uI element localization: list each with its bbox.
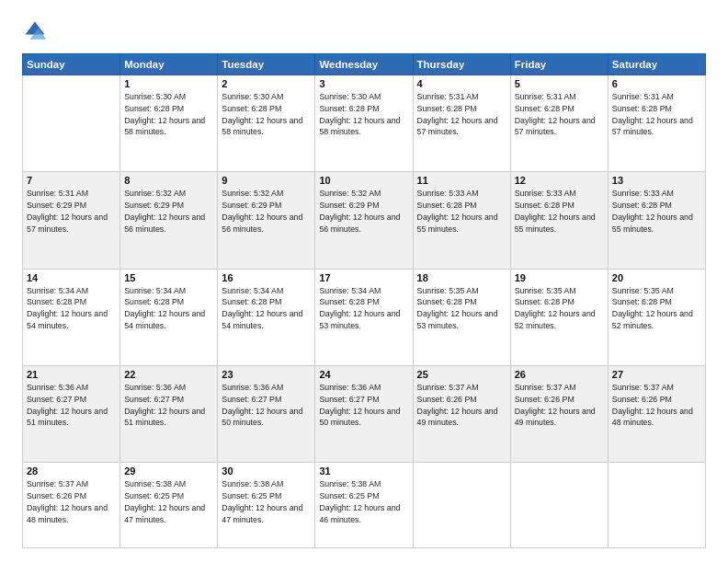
day-info: Sunrise: 5:34 AM Sunset: 6:28 PM Dayligh… xyxy=(27,285,116,332)
day-number: 23 xyxy=(222,369,311,380)
day-number: 14 xyxy=(27,272,116,283)
day-number: 20 xyxy=(612,272,701,283)
day-info: Sunrise: 5:33 AM Sunset: 6:28 PM Dayligh… xyxy=(515,188,604,235)
day-number: 10 xyxy=(319,175,408,186)
calendar-header-row: SundayMondayTuesdayWednesdayThursdayFrid… xyxy=(23,54,706,75)
day-number: 25 xyxy=(417,369,506,380)
day-info: Sunrise: 5:30 AM Sunset: 6:28 PM Dayligh… xyxy=(319,91,408,138)
day-number: 4 xyxy=(417,78,506,89)
logo xyxy=(22,18,51,44)
calendar-cell: 1Sunrise: 5:30 AM Sunset: 6:28 PM Daylig… xyxy=(120,75,218,172)
calendar-cell: 9Sunrise: 5:32 AM Sunset: 6:29 PM Daylig… xyxy=(218,172,315,269)
day-number: 29 xyxy=(124,465,213,477)
calendar-cell: 27Sunrise: 5:37 AM Sunset: 6:26 PM Dayli… xyxy=(608,366,705,463)
calendar-header-monday: Monday xyxy=(120,54,218,75)
day-number: 2 xyxy=(222,78,311,89)
calendar-cell: 6Sunrise: 5:31 AM Sunset: 6:28 PM Daylig… xyxy=(608,75,705,172)
day-number: 26 xyxy=(515,369,604,380)
day-info: Sunrise: 5:35 AM Sunset: 6:28 PM Dayligh… xyxy=(417,285,506,332)
calendar-cell: 28Sunrise: 5:37 AM Sunset: 6:26 PM Dayli… xyxy=(23,463,120,548)
day-number: 24 xyxy=(319,369,408,380)
day-number: 5 xyxy=(515,78,604,89)
day-number: 3 xyxy=(319,78,408,89)
day-number: 12 xyxy=(515,175,604,186)
day-info: Sunrise: 5:37 AM Sunset: 6:26 PM Dayligh… xyxy=(27,478,116,525)
day-number: 18 xyxy=(417,272,506,283)
day-number: 7 xyxy=(27,175,116,186)
page: SundayMondayTuesdayWednesdayThursdayFrid… xyxy=(0,0,728,563)
calendar-cell: 5Sunrise: 5:31 AM Sunset: 6:28 PM Daylig… xyxy=(510,75,608,172)
day-info: Sunrise: 5:36 AM Sunset: 6:27 PM Dayligh… xyxy=(27,382,116,429)
day-info: Sunrise: 5:38 AM Sunset: 6:25 PM Dayligh… xyxy=(222,478,311,525)
calendar-cell: 16Sunrise: 5:34 AM Sunset: 6:28 PM Dayli… xyxy=(218,269,315,365)
calendar-cell: 17Sunrise: 5:34 AM Sunset: 6:28 PM Dayli… xyxy=(315,269,413,365)
calendar-cell: 4Sunrise: 5:31 AM Sunset: 6:28 PM Daylig… xyxy=(413,75,510,172)
calendar-header-wednesday: Wednesday xyxy=(315,54,413,75)
calendar-week-row: 1Sunrise: 5:30 AM Sunset: 6:28 PM Daylig… xyxy=(23,75,706,172)
day-info: Sunrise: 5:34 AM Sunset: 6:28 PM Dayligh… xyxy=(222,285,311,332)
day-number: 19 xyxy=(515,272,604,283)
calendar-cell: 7Sunrise: 5:31 AM Sunset: 6:29 PM Daylig… xyxy=(23,172,120,269)
calendar-week-row: 21Sunrise: 5:36 AM Sunset: 6:27 PM Dayli… xyxy=(23,366,706,463)
day-number: 30 xyxy=(222,465,311,477)
day-number: 15 xyxy=(124,272,213,283)
day-info: Sunrise: 5:33 AM Sunset: 6:28 PM Dayligh… xyxy=(417,188,506,235)
calendar-cell xyxy=(608,463,705,548)
calendar-cell: 30Sunrise: 5:38 AM Sunset: 6:25 PM Dayli… xyxy=(218,463,315,548)
calendar-cell xyxy=(413,463,510,548)
calendar-cell: 31Sunrise: 5:38 AM Sunset: 6:25 PM Dayli… xyxy=(315,463,413,548)
calendar-week-row: 14Sunrise: 5:34 AM Sunset: 6:28 PM Dayli… xyxy=(23,269,706,365)
calendar-cell: 18Sunrise: 5:35 AM Sunset: 6:28 PM Dayli… xyxy=(413,269,510,365)
day-number: 21 xyxy=(27,369,116,380)
logo-icon xyxy=(22,18,48,44)
calendar-table: SundayMondayTuesdayWednesdayThursdayFrid… xyxy=(22,53,706,548)
calendar-header-sunday: Sunday xyxy=(23,54,120,75)
day-info: Sunrise: 5:35 AM Sunset: 6:28 PM Dayligh… xyxy=(515,285,604,332)
calendar-cell: 20Sunrise: 5:35 AM Sunset: 6:28 PM Dayli… xyxy=(608,269,705,365)
calendar-cell: 10Sunrise: 5:32 AM Sunset: 6:29 PM Dayli… xyxy=(315,172,413,269)
day-info: Sunrise: 5:34 AM Sunset: 6:28 PM Dayligh… xyxy=(319,285,408,332)
day-info: Sunrise: 5:31 AM Sunset: 6:28 PM Dayligh… xyxy=(515,91,604,138)
day-number: 8 xyxy=(124,175,213,186)
calendar-cell: 25Sunrise: 5:37 AM Sunset: 6:26 PM Dayli… xyxy=(413,366,510,463)
calendar-header-friday: Friday xyxy=(510,54,608,75)
day-info: Sunrise: 5:31 AM Sunset: 6:29 PM Dayligh… xyxy=(27,188,116,235)
day-info: Sunrise: 5:36 AM Sunset: 6:27 PM Dayligh… xyxy=(222,382,311,429)
calendar-cell: 21Sunrise: 5:36 AM Sunset: 6:27 PM Dayli… xyxy=(23,366,120,463)
calendar-cell: 19Sunrise: 5:35 AM Sunset: 6:28 PM Dayli… xyxy=(510,269,608,365)
calendar-cell xyxy=(510,463,608,548)
day-info: Sunrise: 5:37 AM Sunset: 6:26 PM Dayligh… xyxy=(612,382,701,429)
calendar-cell: 13Sunrise: 5:33 AM Sunset: 6:28 PM Dayli… xyxy=(608,172,705,269)
calendar-cell: 11Sunrise: 5:33 AM Sunset: 6:28 PM Dayli… xyxy=(413,172,510,269)
calendar-cell: 2Sunrise: 5:30 AM Sunset: 6:28 PM Daylig… xyxy=(218,75,315,172)
calendar-header-tuesday: Tuesday xyxy=(218,54,315,75)
calendar-cell: 12Sunrise: 5:33 AM Sunset: 6:28 PM Dayli… xyxy=(510,172,608,269)
day-number: 16 xyxy=(222,272,311,283)
calendar-week-row: 7Sunrise: 5:31 AM Sunset: 6:29 PM Daylig… xyxy=(23,172,706,269)
calendar-cell: 8Sunrise: 5:32 AM Sunset: 6:29 PM Daylig… xyxy=(120,172,218,269)
calendar-cell: 26Sunrise: 5:37 AM Sunset: 6:26 PM Dayli… xyxy=(510,366,608,463)
calendar-cell: 3Sunrise: 5:30 AM Sunset: 6:28 PM Daylig… xyxy=(315,75,413,172)
day-number: 1 xyxy=(124,78,213,89)
day-info: Sunrise: 5:30 AM Sunset: 6:28 PM Dayligh… xyxy=(222,91,311,138)
header xyxy=(22,18,706,44)
calendar-cell: 29Sunrise: 5:38 AM Sunset: 6:25 PM Dayli… xyxy=(120,463,218,548)
calendar-cell: 14Sunrise: 5:34 AM Sunset: 6:28 PM Dayli… xyxy=(23,269,120,365)
day-number: 11 xyxy=(417,175,506,186)
day-info: Sunrise: 5:38 AM Sunset: 6:25 PM Dayligh… xyxy=(124,478,213,525)
calendar-cell xyxy=(23,75,120,172)
day-info: Sunrise: 5:36 AM Sunset: 6:27 PM Dayligh… xyxy=(319,382,408,429)
day-info: Sunrise: 5:30 AM Sunset: 6:28 PM Dayligh… xyxy=(124,91,213,138)
day-info: Sunrise: 5:36 AM Sunset: 6:27 PM Dayligh… xyxy=(124,382,213,429)
calendar-cell: 15Sunrise: 5:34 AM Sunset: 6:28 PM Dayli… xyxy=(120,269,218,365)
calendar-cell: 23Sunrise: 5:36 AM Sunset: 6:27 PM Dayli… xyxy=(218,366,315,463)
day-number: 13 xyxy=(612,175,701,186)
calendar-header-thursday: Thursday xyxy=(413,54,510,75)
calendar-header-saturday: Saturday xyxy=(608,54,705,75)
day-info: Sunrise: 5:32 AM Sunset: 6:29 PM Dayligh… xyxy=(124,188,213,235)
calendar-week-row: 28Sunrise: 5:37 AM Sunset: 6:26 PM Dayli… xyxy=(23,463,706,548)
day-info: Sunrise: 5:33 AM Sunset: 6:28 PM Dayligh… xyxy=(612,188,701,235)
day-number: 22 xyxy=(124,369,213,380)
day-info: Sunrise: 5:38 AM Sunset: 6:25 PM Dayligh… xyxy=(319,478,408,525)
day-info: Sunrise: 5:35 AM Sunset: 6:28 PM Dayligh… xyxy=(612,285,701,332)
